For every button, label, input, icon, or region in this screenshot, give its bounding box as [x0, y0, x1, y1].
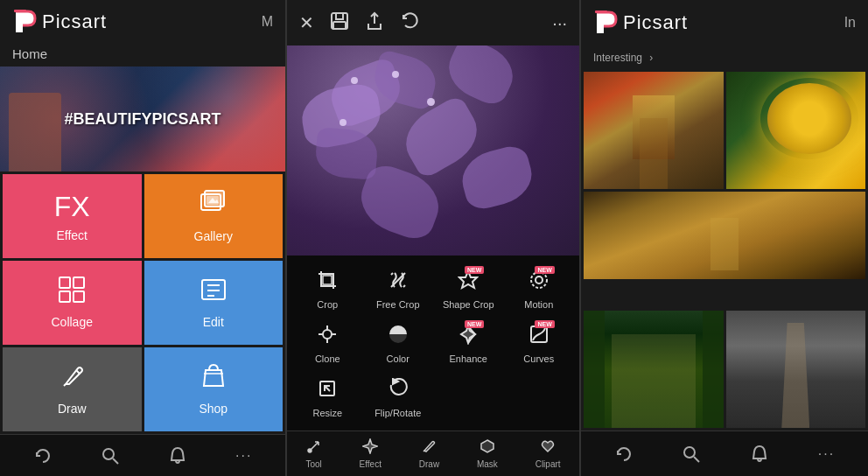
free-crop-icon	[388, 270, 409, 296]
home-panel: Picsart M Home #BEAUTIFYPICSART FX Effec…	[0, 0, 287, 476]
home-header: Picsart M	[0, 0, 285, 43]
svg-point-20	[536, 276, 542, 284]
editor-tab-draw[interactable]: Draw	[419, 438, 439, 469]
tool-tab-label: Tool	[305, 459, 321, 469]
explore-nav-search-btn[interactable]	[675, 438, 708, 471]
clipart-tab-label: Clipart	[536, 459, 561, 469]
tile-gallery[interactable]: Gallery	[144, 174, 284, 258]
svg-rect-31	[595, 10, 607, 13]
nav-more-btn[interactable]: ···	[228, 441, 259, 471]
explore-header-extra: In	[844, 15, 856, 31]
section-title-home: Home	[0, 43, 285, 66]
explore-nav-bell-btn[interactable]	[743, 438, 776, 471]
editor-more-btn[interactable]: ···	[552, 13, 567, 33]
draw-tab-icon	[421, 438, 437, 458]
svg-line-33	[694, 457, 699, 462]
flip-rotate-icon	[388, 378, 409, 404]
editor-tab-clipart[interactable]: Clipart	[536, 438, 561, 469]
tool-resize[interactable]: Resize	[294, 373, 361, 424]
enhance-new-badge: NEW	[465, 320, 484, 328]
app-title-1: Picsart	[42, 10, 107, 33]
tools-overlay: Crop Free Crop NEW	[287, 256, 579, 430]
svg-rect-18	[323, 276, 332, 284]
collage-label: Collage	[52, 315, 93, 329]
svg-rect-16	[336, 13, 343, 19]
tool-crop[interactable]: Crop	[294, 264, 361, 315]
svg-rect-0	[14, 10, 26, 12]
editor-tab-effect[interactable]: Effect	[360, 438, 382, 469]
picsart-logo-icon-3	[593, 10, 618, 35]
editor-save-btn[interactable]	[330, 11, 349, 35]
explore-bottom-nav: ···	[581, 430, 868, 476]
banner-text: #BEAUTIFYPICSART	[64, 110, 220, 129]
editor-close-btn[interactable]: ✕	[299, 12, 314, 33]
editor-tab-mask[interactable]: Mask	[477, 438, 498, 469]
curves-label: Curves	[523, 354, 554, 364]
color-label: Color	[387, 354, 410, 364]
editor-undo-btn[interactable]	[400, 11, 419, 35]
photo-sunflower[interactable]	[726, 72, 866, 189]
tile-draw[interactable]: Draw	[3, 347, 142, 431]
editor-bottom-nav: Tool Effect Draw Mask	[287, 430, 579, 476]
photo-autumn-road[interactable]	[584, 72, 724, 189]
editor-panel: ✕ ···	[287, 0, 581, 476]
edit-label: Edit	[203, 315, 224, 329]
edit-icon	[200, 276, 227, 310]
shop-label: Shop	[199, 402, 228, 416]
effect-label: Effect	[56, 228, 88, 242]
editor-share-btn[interactable]	[365, 11, 384, 35]
photo-rails[interactable]	[726, 311, 866, 428]
resize-label: Resize	[312, 408, 342, 418]
curves-new-badge: NEW	[535, 320, 554, 328]
banner: #BEAUTIFYPICSART	[0, 66, 285, 172]
explore-header: Picsart In	[581, 0, 868, 46]
explore-nav-refresh-btn[interactable]	[607, 438, 640, 471]
editor-header: ✕ ···	[287, 0, 579, 46]
editor-tab-tool[interactable]: Tool	[305, 438, 321, 469]
header-extra-1: M	[262, 14, 273, 30]
nav-bell-btn[interactable]	[161, 439, 194, 472]
svg-line-14	[113, 458, 118, 464]
mask-tab-icon	[480, 438, 495, 458]
free-crop-label: Free Crop	[376, 299, 420, 310]
picsart-logo-icon	[12, 10, 37, 34]
nav-refresh-btn[interactable]	[26, 439, 60, 472]
effect-tab-label: Effect	[360, 459, 382, 469]
tile-edit[interactable]: Edit	[144, 261, 284, 345]
tool-clone[interactable]: Clone	[294, 318, 361, 369]
tool-motion[interactable]: NEW Motion	[506, 264, 573, 315]
svg-point-22	[323, 330, 332, 339]
draw-icon	[59, 363, 85, 396]
photo-golden-path[interactable]	[584, 192, 865, 279]
gallery-label: Gallery	[194, 229, 233, 243]
effect-tab-icon	[362, 438, 378, 458]
motion-new-badge: NEW	[535, 266, 554, 274]
tile-collage[interactable]: Collage	[3, 261, 142, 345]
mask-tab-label: Mask	[477, 459, 498, 469]
svg-rect-8	[74, 291, 84, 302]
shape-crop-icon: NEW	[458, 270, 479, 296]
explore-section-title[interactable]: Interesting ›	[581, 46, 868, 69]
tool-color[interactable]: Color	[365, 318, 432, 369]
clipart-tab-icon	[540, 438, 556, 458]
tool-flip-rotate[interactable]: Flip/Rotate	[365, 373, 432, 424]
tool-free-crop[interactable]: Free Crop	[365, 264, 432, 315]
nav-search-btn[interactable]	[94, 439, 127, 472]
tile-effect[interactable]: FX Effect	[3, 174, 142, 258]
tool-enhance[interactable]: NEW Enhance	[435, 318, 502, 369]
shape-crop-label: Shape Crop	[443, 299, 494, 310]
tool-curves[interactable]: NEW Curves	[506, 318, 573, 369]
home-bottom-nav: ···	[0, 434, 285, 476]
gallery-icon	[200, 189, 228, 224]
shop-icon	[200, 363, 227, 396]
draw-tab-label: Draw	[419, 459, 439, 469]
tool-tab-icon	[306, 438, 322, 458]
clone-icon	[317, 324, 338, 350]
shape-crop-new-badge: NEW	[465, 266, 484, 274]
hydrangea-photo	[287, 46, 579, 256]
photo-forest[interactable]	[584, 311, 724, 428]
tool-shape-crop[interactable]: NEW Shape Crop	[435, 264, 502, 315]
clone-label: Clone	[315, 354, 340, 364]
explore-nav-more-btn[interactable]: ···	[811, 439, 842, 469]
tile-shop[interactable]: Shop	[144, 347, 284, 431]
